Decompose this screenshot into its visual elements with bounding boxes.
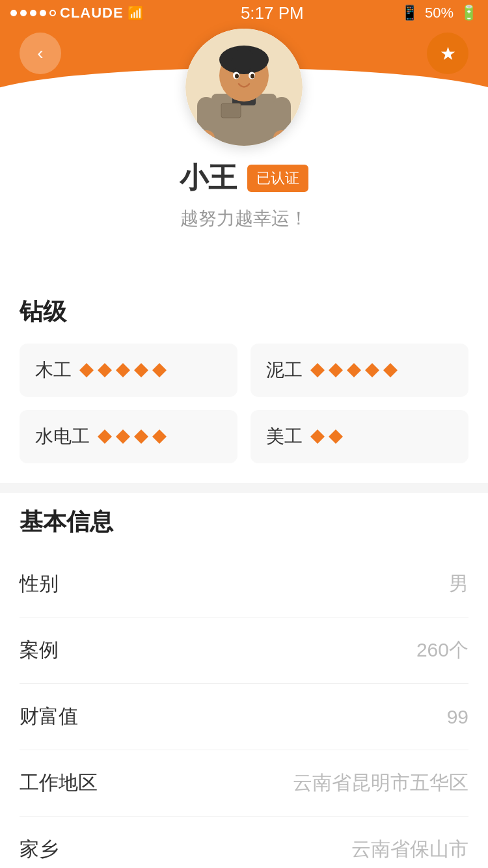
skill-name-muGong: 木工 — [35, 358, 72, 383]
profile-name: 小王 — [180, 159, 237, 197]
value-gender: 男 — [449, 571, 468, 597]
dot3 — [30, 10, 36, 16]
diamond-4 — [152, 429, 167, 444]
wifi-icon: 📶 — [128, 5, 144, 21]
basic-info-title: 基本信息 — [20, 506, 468, 551]
svg-rect-3 — [221, 103, 241, 118]
carrier-label: CLAUDE — [60, 5, 124, 21]
svg-point-10 — [251, 74, 254, 79]
info-row-hometown: 家乡 云南省保山市 — [20, 817, 468, 868]
skill-name-meiGong: 美工 — [266, 424, 303, 449]
diamond-4 — [134, 363, 148, 377]
svg-point-9 — [235, 74, 239, 79]
info-row-workArea: 工作地区 云南省昆明市五华区 — [20, 750, 468, 817]
diamond-2 — [116, 429, 130, 444]
value-workArea: 云南省昆明市五华区 — [293, 770, 468, 796]
diamond-4 — [365, 363, 379, 377]
skill-card-meiGong: 美工 — [251, 410, 468, 463]
svg-point-14 — [273, 130, 290, 146]
skill-card-niGong: 泥工 — [251, 344, 468, 397]
diamond-3 — [116, 363, 130, 377]
skill-grid: 木工 泥工 水电工 — [20, 344, 468, 463]
diamond-3 — [134, 429, 148, 444]
info-row-cases: 案例 260个 — [20, 617, 468, 684]
profile-info: 小王 已认证 越努力越幸运！ — [0, 146, 488, 244]
skill-name-shuidianGong: 水电工 — [35, 424, 90, 449]
divider-1 — [0, 483, 488, 493]
signal-dots — [10, 10, 56, 16]
diamond-1 — [98, 429, 112, 444]
diamond-3 — [347, 363, 361, 377]
status-right: 📱 50% 🔋 — [401, 5, 478, 21]
status-bar: CLAUDE 📶 5:17 PM 📱 50% 🔋 — [0, 0, 488, 26]
value-hometown: 云南省保山市 — [351, 836, 468, 863]
verified-badge: 已认证 — [247, 165, 308, 192]
diamond-1 — [310, 363, 325, 377]
dot1 — [10, 10, 17, 16]
spacer — [0, 264, 488, 277]
value-cases: 260个 — [416, 637, 468, 664]
diamond-5 — [383, 363, 398, 377]
avatar — [185, 29, 303, 146]
info-row-gender: 性别 男 — [20, 551, 468, 617]
diamond-1 — [310, 429, 325, 444]
label-gender: 性别 — [20, 571, 59, 597]
diamond-1 — [79, 363, 94, 377]
label-workArea: 工作地区 — [20, 770, 98, 796]
battery-icon: 🔋 — [460, 5, 478, 21]
dot2 — [20, 10, 27, 16]
diamonds-muGong — [79, 363, 167, 377]
label-cases: 案例 — [20, 637, 59, 664]
profile-name-row: 小王 已认证 — [0, 159, 488, 197]
time-label: 5:17 PM — [241, 3, 304, 23]
diamond-2 — [329, 363, 343, 377]
value-wealth: 99 — [447, 706, 468, 728]
basic-info-section: 基本信息 性别 男 案例 260个 财富值 99 工作地区 云南省昆明市五华区 … — [0, 493, 488, 868]
diamonds-shuidianGong — [98, 429, 167, 444]
skill-card-shuidianGong: 水电工 — [20, 410, 237, 463]
diamond-2 — [329, 429, 343, 444]
drill-level-title: 钻级 — [20, 296, 468, 328]
dot5 — [49, 10, 56, 16]
status-left: CLAUDE 📶 — [10, 5, 144, 21]
label-wealth: 财富值 — [20, 703, 78, 730]
worker-illustration — [185, 29, 303, 146]
skill-card-muGong: 木工 — [20, 344, 237, 397]
label-hometown: 家乡 — [20, 836, 59, 863]
skill-name-niGong: 泥工 — [266, 358, 303, 383]
info-row-wealth: 财富值 99 — [20, 684, 468, 750]
drill-level-section: 钻级 木工 泥工 水电工 — [0, 277, 488, 463]
diamonds-niGong — [310, 363, 398, 377]
diamond-5 — [152, 363, 167, 377]
diamond-2 — [98, 363, 112, 377]
dot4 — [40, 10, 46, 16]
profile-motto: 越努力越幸运！ — [0, 206, 488, 231]
battery-label: 50% — [425, 5, 454, 21]
bluetooth-icon: 📱 — [401, 5, 418, 21]
avatar-wrapper — [0, 29, 488, 146]
diamonds-meiGong — [310, 429, 343, 444]
svg-point-13 — [198, 130, 215, 146]
